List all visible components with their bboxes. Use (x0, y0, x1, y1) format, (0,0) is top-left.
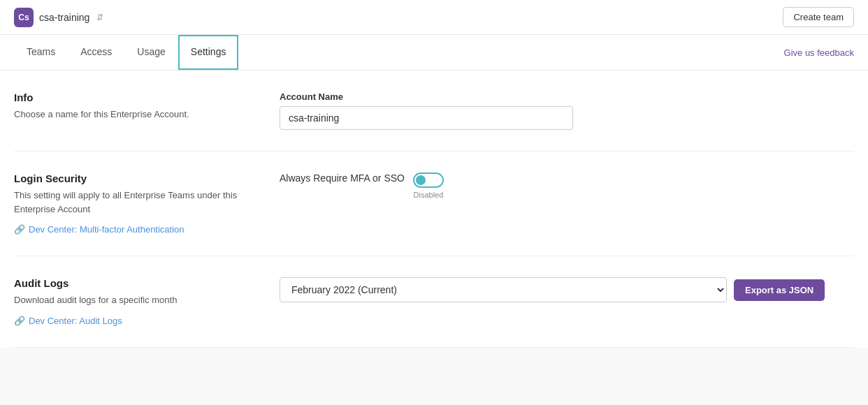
tab-settings[interactable]: Settings (178, 35, 239, 70)
top-bar: Cs csa-training ⇵ Create team (0, 0, 868, 35)
audit-logs-dev-center-link[interactable]: 🔗 Dev Center: Audit Logs (14, 316, 280, 326)
audit-logs-section-right: February 2022 (Current) January 2022 Dec… (280, 277, 854, 302)
mfa-label: Always Require MFA or SSO (280, 172, 405, 184)
mfa-toggle-wrapper: Disabled (413, 172, 444, 199)
create-team-button[interactable]: Create team (783, 7, 854, 27)
info-section-left: Info Choose a name for this Enterprise A… (14, 91, 280, 122)
main-content: Info Choose a name for this Enterprise A… (0, 71, 868, 348)
audit-logs-section-left: Audit Logs Download audit logs for a spe… (14, 277, 280, 326)
login-security-section-right: Always Require MFA or SSO Disabled (280, 172, 854, 199)
tab-usage[interactable]: Usage (124, 35, 178, 70)
info-section-description: Choose a name for this Enterprise Accoun… (14, 108, 280, 122)
chevron-down-icon: ⇵ (96, 13, 103, 22)
login-security-section: Login Security This setting will apply t… (14, 152, 854, 256)
login-security-title: Login Security (14, 172, 280, 184)
account-name-label: Account Name (280, 91, 854, 102)
feedback-link[interactable]: Give us feedback (784, 47, 854, 58)
org-selector[interactable]: Cs csa-training ⇵ (14, 8, 103, 27)
audit-logs-description: Download audit logs for a specific month (14, 293, 280, 307)
external-link-icon: 🔗 (14, 224, 25, 235)
toggle-status: Disabled (414, 191, 444, 199)
tab-access[interactable]: Access (68, 35, 124, 70)
info-section: Info Choose a name for this Enterprise A… (14, 71, 854, 152)
audit-logs-link-label: Dev Center: Audit Logs (29, 316, 122, 326)
month-select[interactable]: February 2022 (Current) January 2022 Dec… (280, 277, 727, 302)
external-link-icon-audit: 🔗 (14, 316, 25, 326)
org-avatar: Cs (14, 8, 34, 27)
mfa-row: Always Require MFA or SSO Disabled (280, 172, 854, 199)
export-json-button[interactable]: Export as JSON (734, 279, 825, 301)
mfa-dev-center-link[interactable]: 🔗 Dev Center: Multi-factor Authenticatio… (14, 224, 280, 235)
info-section-title: Info (14, 91, 280, 103)
audit-logs-row: February 2022 (Current) January 2022 Dec… (280, 277, 854, 302)
info-section-right: Account Name (280, 91, 854, 130)
tab-teams[interactable]: Teams (14, 35, 68, 70)
login-security-section-left: Login Security This setting will apply t… (14, 172, 280, 235)
audit-logs-section: Audit Logs Download audit logs for a spe… (14, 256, 854, 348)
mfa-link-label: Dev Center: Multi-factor Authentication (29, 224, 185, 235)
toggle-thumb (416, 175, 426, 185)
nav-tabs-list: Teams Access Usage Settings (14, 35, 238, 70)
mfa-toggle[interactable] (413, 172, 444, 188)
toggle-track (413, 172, 444, 188)
nav-tabs: Teams Access Usage Settings Give us feed… (0, 35, 868, 71)
account-name-input[interactable] (280, 106, 573, 130)
audit-logs-title: Audit Logs (14, 277, 280, 289)
org-name: csa-training (39, 12, 89, 23)
login-security-description: This setting will apply to all Enterpris… (14, 189, 280, 216)
